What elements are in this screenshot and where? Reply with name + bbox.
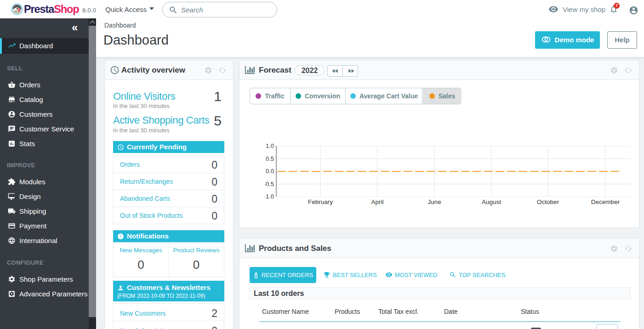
svg-text:-0.5: -0.5 [265,181,274,187]
svg-text:April: April [371,199,383,205]
svg-text:0.0: 0.0 [266,168,274,175]
svg-text:October: October [537,199,559,205]
svg-text:February: February [308,199,333,205]
svg-text:June: June [427,199,441,205]
svg-text:August: August [482,199,501,205]
svg-text:-1.0: -1.0 [265,193,274,200]
svg-text:0.5: 0.5 [266,155,274,162]
svg-text:December: December [591,199,620,205]
svg-text:1.0: 1.0 [266,142,274,149]
